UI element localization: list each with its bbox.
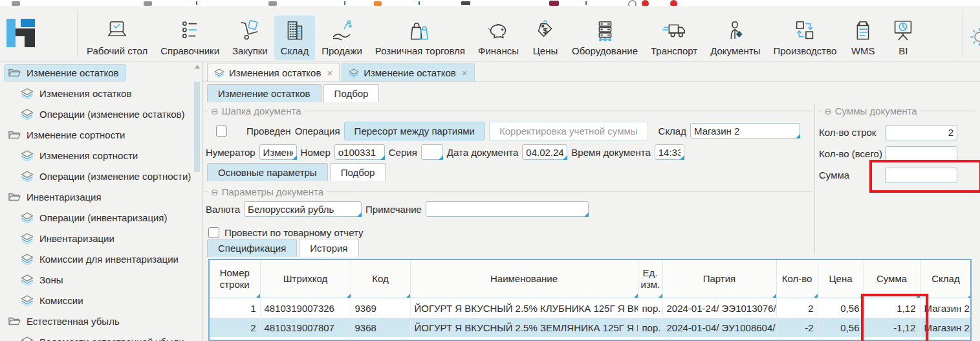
ribbon-item-finance[interactable]: Финансы <box>472 16 525 60</box>
resort-between-batches-button[interactable]: Пересорт между партиями <box>344 122 485 140</box>
column-header-line-number[interactable]: Номер строки <box>210 260 260 298</box>
ribbon-item-bi[interactable]: BI <box>883 16 923 60</box>
tree-item-inventories[interactable]: Инвентаризации <box>0 228 202 248</box>
ribbon-item-catalogs[interactable]: Справочники <box>154 16 226 60</box>
grid-row[interactable]: 1 4810319007326 9369 ЙОГУРТ Я ВКУСНЫЙ 2.… <box>210 298 972 318</box>
accounting-sum-correction-button[interactable]: Корректировка учетной суммы <box>489 122 648 140</box>
bookmark-icon[interactable] <box>628 0 637 6</box>
doc-time-input[interactable] <box>659 147 681 158</box>
bookmark-icon[interactable] <box>419 1 420 5</box>
bookmark-icon[interactable] <box>585 1 587 5</box>
tree-item-grade-changes[interactable]: Изменения сортности <box>0 145 202 166</box>
tree-item-grade-change-operations[interactable]: Операции (изменение сортности) <box>0 166 202 186</box>
total-sum-field[interactable] <box>885 168 957 183</box>
grid-row-selected[interactable]: 2 4810319007807 9368 ЙОГУРТ Я ВКУСНЫЙ 2.… <box>210 318 972 337</box>
doc-date-field[interactable] <box>522 144 567 160</box>
doc-tab-changes-of-balances[interactable]: Изменения остатков × <box>207 63 340 82</box>
scroll-up-icon[interactable] <box>195 65 200 69</box>
ribbon-item-production[interactable]: Производство <box>767 16 843 60</box>
folder-icon <box>8 192 21 203</box>
ribbon-item-retail[interactable]: Розничная торговля <box>369 16 472 60</box>
ribbon-item-documents[interactable]: Документы <box>704 16 767 60</box>
collapse-icon[interactable]: ⊖ <box>824 107 832 116</box>
column-header-sum[interactable]: Сумма <box>864 260 920 298</box>
bookmark-icon[interactable] <box>196 1 197 5</box>
tree-item-label: Естественная убыль <box>27 316 120 327</box>
ribbon-item-prices[interactable]: Цены <box>525 16 565 60</box>
tab-main-params[interactable]: Основные параметры <box>207 163 328 181</box>
tree-item-grade-change-folder[interactable]: Изменение сортности <box>0 124 202 145</box>
tab-selection[interactable]: Подбор <box>323 84 380 102</box>
total-qty-input[interactable] <box>889 148 953 159</box>
report-checkbox[interactable] <box>208 227 219 238</box>
sidebar-scrollbar[interactable] <box>194 63 201 338</box>
collapse-icon[interactable]: ⊖ <box>211 107 219 116</box>
tree-item-commissions[interactable]: Комиссии <box>0 290 202 311</box>
number-field[interactable] <box>334 144 385 160</box>
tab-selection-2[interactable]: Подбор <box>330 163 386 181</box>
bookmark-icon[interactable] <box>670 0 677 6</box>
line-count-field[interactable] <box>885 125 957 140</box>
ribbon-item-transport[interactable]: Транспорт <box>644 16 704 60</box>
line-count-input[interactable] <box>889 127 953 138</box>
series-field[interactable] <box>421 144 443 160</box>
note-input[interactable] <box>430 204 585 215</box>
tab-specification[interactable]: Спецификация <box>207 239 297 257</box>
tree-item-change-balances-operations[interactable]: Операции (изменение остатков) <box>0 104 202 124</box>
bookmark-icon[interactable] <box>344 1 345 5</box>
tree-item-change-balances-folder[interactable]: Изменение остатков <box>0 62 202 83</box>
ribbon-item-purchases[interactable]: Закупки <box>226 16 274 60</box>
series-input[interactable] <box>425 147 439 158</box>
column-header-code[interactable]: Код <box>351 260 410 298</box>
total-sum-label: Сумма <box>819 170 885 181</box>
doc-tab-change-of-balances[interactable]: Изменение остатков × <box>342 63 474 82</box>
tree-item-inventory-folder[interactable]: Инвентаризация <box>0 186 202 207</box>
numerator-field[interactable] <box>259 144 297 160</box>
column-header-price[interactable]: Цена <box>818 260 864 298</box>
doc-date-input[interactable] <box>526 147 563 158</box>
column-header-name[interactable]: Наименование <box>410 260 638 298</box>
tree-item-natural-loss-folder[interactable]: Естественная убыль <box>0 311 202 331</box>
proveden-checkbox[interactable] <box>216 126 227 137</box>
tree-item-change-balances[interactable]: Изменения остатков <box>0 83 202 104</box>
column-header-warehouse[interactable]: Склад <box>920 260 972 298</box>
ribbon-item-sales[interactable]: Продажи <box>315 16 369 60</box>
close-icon[interactable]: × <box>327 67 332 78</box>
theme-toggle-icon[interactable] <box>965 25 980 49</box>
bookmark-icon[interactable] <box>374 1 382 6</box>
column-header-barcode[interactable]: Штрихкод <box>260 260 351 298</box>
warehouse-input[interactable] <box>694 126 796 137</box>
collapse-icon[interactable]: ⊖ <box>211 188 219 197</box>
bookmark-icon[interactable] <box>268 1 277 6</box>
currency-input[interactable] <box>248 204 358 215</box>
scrollbar-thumb[interactable] <box>194 82 200 172</box>
tab-history[interactable]: История <box>299 239 358 257</box>
number-input[interactable] <box>338 147 381 158</box>
numerator-input[interactable] <box>263 147 293 158</box>
tree-item-natural-loss-sheets[interactable]: Ведомости естественной убыли <box>0 331 202 341</box>
ribbon-item-wms[interactable]: WMS <box>843 16 883 60</box>
ribbon-item-equipment[interactable]: Оборудование <box>565 16 644 60</box>
tree-item-zones[interactable]: Зоны <box>0 269 202 290</box>
bookmark-icon[interactable] <box>461 1 470 5</box>
total-qty-field[interactable] <box>885 146 957 162</box>
bookmark-icon[interactable] <box>549 1 559 6</box>
column-header-quantity[interactable]: Кол-во <box>776 260 818 298</box>
doc-time-field[interactable] <box>655 144 684 160</box>
currency-field[interactable] <box>244 201 362 217</box>
close-icon[interactable]: × <box>462 67 468 78</box>
ribbon-item-warehouse[interactable]: Склад <box>274 16 315 60</box>
total-sum-input[interactable] <box>889 170 953 181</box>
note-field[interactable] <box>426 201 589 217</box>
bookmark-icon[interactable] <box>642 0 649 6</box>
bookmark-icon[interactable] <box>12 1 20 6</box>
tree-item-inventory-commissions[interactable]: Комиссии для инвентаризации <box>0 248 202 269</box>
tree-item-inventory-operations[interactable]: Операции (инвентаризация) <box>0 207 202 228</box>
column-header-unit[interactable]: Ед. изм. <box>638 260 662 298</box>
column-header-batch[interactable]: Партия <box>662 260 776 298</box>
sales-icon <box>329 19 356 45</box>
tab-change-of-balances[interactable]: Изменение остатков <box>207 84 321 102</box>
bookmark-icon[interactable] <box>144 1 152 6</box>
ribbon-item-workspace[interactable]: Рабочий стол <box>80 16 154 60</box>
warehouse-field[interactable] <box>690 123 800 138</box>
